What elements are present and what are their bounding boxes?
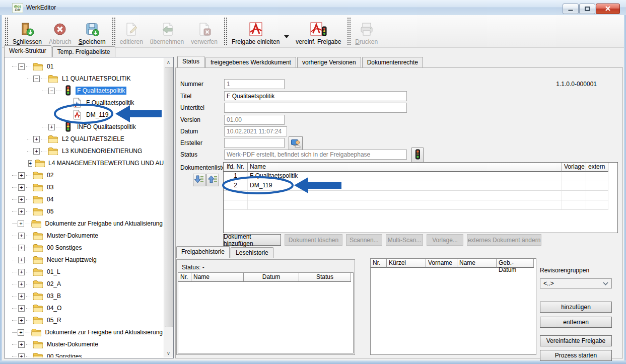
tree-item[interactable]: +05 bbox=[12, 205, 164, 217]
tree-item[interactable]: +01_L bbox=[12, 266, 164, 278]
left-column-header-nr[interactable]: Nr. bbox=[178, 273, 191, 282]
scroll-up-button[interactable]: ∧ bbox=[164, 58, 173, 66]
tree-item[interactable]: +02_A bbox=[12, 278, 164, 290]
expand-icon[interactable]: + bbox=[33, 136, 40, 142]
tree-item[interactable]: −F Qualitaetspolitik bbox=[42, 85, 164, 97]
uebernehmen-button[interactable]: übernehmen bbox=[147, 15, 187, 47]
schliessen-button[interactable]: Schliessen bbox=[9, 15, 45, 47]
tab-dokumentenrechte[interactable]: Dokumentenrechte bbox=[362, 57, 423, 67]
tree-item[interactable]: +03 bbox=[12, 181, 164, 193]
scroll-down-button[interactable]: ∨ bbox=[164, 349, 173, 357]
column-header-lfdnr[interactable]: lfd. Nr. bbox=[224, 163, 248, 172]
close-button[interactable] bbox=[596, 4, 620, 14]
right-column-header-gebdatum[interactable]: Geb.-Datum bbox=[497, 259, 534, 268]
sort-down-button[interactable] bbox=[193, 174, 205, 186]
expand-icon[interactable]: + bbox=[18, 245, 25, 251]
status-picker-button[interactable] bbox=[411, 148, 424, 163]
left-column-header-name[interactable]: Name bbox=[191, 273, 244, 282]
expand-icon[interactable]: + bbox=[18, 184, 25, 191]
scannen--button[interactable]: Scannen... bbox=[346, 234, 382, 246]
column-header-vorlage[interactable]: Vorlage bbox=[562, 163, 586, 172]
tab-vorherige-versionen[interactable]: vorherige Versionen bbox=[297, 57, 361, 67]
sort-up-button[interactable] bbox=[206, 174, 219, 186]
expand-icon[interactable]: + bbox=[33, 148, 40, 155]
expand-icon[interactable]: + bbox=[18, 196, 25, 203]
tree-item[interactable]: +02 bbox=[12, 169, 164, 181]
status-field[interactable] bbox=[224, 150, 407, 160]
expand-icon[interactable]: + bbox=[18, 305, 25, 312]
expand-icon[interactable]: + bbox=[28, 160, 32, 167]
vereinfachte-freigabe-button[interactable]: Vereinfachte Freigabe bbox=[540, 335, 612, 346]
column-header-extern[interactable]: extern bbox=[586, 163, 608, 172]
expand-icon[interactable]: + bbox=[18, 293, 25, 300]
tree-scrollbar[interactable]: ∧ ∨ bbox=[164, 58, 173, 357]
tree-item-dm119[interactable]: DM_119 bbox=[57, 109, 164, 121]
verwerfen-button[interactable]: verwerfen bbox=[187, 15, 221, 47]
table-row[interactable]: 1F Qualitaetspolitik bbox=[224, 172, 617, 181]
expand-icon[interactable]: + bbox=[18, 208, 25, 215]
tree-item[interactable]: F Qualitaetspolitik bbox=[57, 97, 164, 109]
titel-field[interactable] bbox=[224, 91, 407, 101]
tree-item[interactable]: +Neuer Hauptzweig bbox=[12, 254, 164, 266]
revisorengruppen-dropdown[interactable]: <..> bbox=[540, 278, 612, 288]
dokument-löschen-button[interactable]: Dokument löschen bbox=[285, 234, 342, 246]
expand-icon[interactable]: + bbox=[18, 233, 25, 239]
speichern-button[interactable]: Speichern bbox=[75, 15, 109, 47]
tab-lesehistorie[interactable]: Lesehistorie bbox=[231, 247, 273, 258]
dokument-hinzufügen-button[interactable]: Dokument hinzufügen bbox=[223, 234, 281, 246]
right-column-header-kürzel[interactable]: Kürzel bbox=[387, 259, 426, 268]
tree-item[interactable]: −L1 QUALITAETSPOLITIK bbox=[27, 72, 164, 85]
expand-icon[interactable]: + bbox=[18, 353, 25, 358]
editieren-button[interactable]: editieren bbox=[116, 15, 147, 47]
tree-item[interactable]: +04_O bbox=[12, 302, 164, 314]
entfernen-button[interactable]: entfernen bbox=[540, 317, 612, 328]
restore-button[interactable] bbox=[579, 4, 595, 14]
tree-item[interactable]: +L2 QUALITAETSZIELE bbox=[27, 133, 164, 145]
tree-item[interactable]: +04 bbox=[12, 193, 164, 205]
abbruch-button[interactable]: Abbruch bbox=[45, 15, 75, 47]
tab-freigegebenes-werkdokument[interactable]: freigegebenes Werkdokument bbox=[205, 57, 296, 67]
tree-item[interactable]: +INFO Qualitaetspolitik bbox=[42, 121, 164, 133]
left-column-header-datum[interactable]: Datum bbox=[244, 273, 299, 282]
collapse-icon[interactable]: − bbox=[48, 88, 55, 94]
minimize-button[interactable] bbox=[563, 4, 579, 14]
right-column-header-name[interactable]: Name bbox=[457, 259, 497, 268]
tree-item[interactable]: +03_B bbox=[12, 290, 164, 302]
untertitel-field[interactable] bbox=[224, 103, 407, 113]
expand-icon[interactable]: + bbox=[18, 269, 25, 275]
expand-icon[interactable]: + bbox=[18, 281, 25, 287]
expand-icon[interactable]: + bbox=[18, 257, 25, 263]
tree-item[interactable]: +Muster-Dokumente bbox=[12, 230, 164, 242]
freigabe-einleiten-button[interactable]: Freigabe einleiten bbox=[228, 15, 283, 47]
tree-item[interactable]: −01 bbox=[12, 60, 164, 72]
expand-icon[interactable]: + bbox=[18, 221, 24, 227]
expand-icon[interactable]: + bbox=[18, 341, 25, 348]
hinzufügen-button[interactable]: hinzufügen bbox=[540, 302, 612, 313]
nummer-field[interactable] bbox=[224, 79, 285, 89]
expand-icon[interactable]: + bbox=[48, 124, 55, 130]
version-field[interactable] bbox=[224, 115, 285, 125]
column-header-name[interactable]: Name bbox=[248, 163, 562, 172]
tree-item[interactable]: +Dokumente zur Freigabe und Aktualisieru… bbox=[12, 326, 164, 338]
ersteller-picker-button[interactable] bbox=[289, 136, 303, 151]
tree-item[interactable]: +Dokumente zur Freigabe und Aktualisieru… bbox=[12, 217, 164, 230]
expand-icon[interactable]: + bbox=[18, 172, 25, 179]
drucken-button[interactable]: Drucken bbox=[352, 15, 381, 47]
prozess-starten-button[interactable]: Prozess starten bbox=[540, 350, 612, 361]
scroll-thumb[interactable] bbox=[165, 67, 173, 327]
tree-item[interactable]: +05_R bbox=[12, 314, 164, 326]
vereinf-freigabe-button[interactable]: vereinf. Freigabe bbox=[292, 15, 344, 47]
tree-item[interactable]: +00 Sonstiges bbox=[12, 242, 164, 254]
right-column-header-vorname[interactable]: Vorname bbox=[426, 259, 457, 268]
tree-item[interactable]: +L3 KUNDENORIENTIERUNG bbox=[27, 145, 164, 157]
tree-item[interactable]: +L4 MANAGEMENTBEWERTUNG UND AUDIT bbox=[27, 157, 164, 169]
tab-freigabehistorie[interactable]: Freigabehistorie bbox=[176, 246, 230, 258]
vorlage--button[interactable]: Vorlage... bbox=[427, 234, 463, 246]
tree-item[interactable]: +00 Sonstiges bbox=[12, 350, 164, 357]
tab-status[interactable]: Status bbox=[177, 56, 204, 67]
left-column-header-status[interactable]: Status bbox=[299, 273, 351, 282]
freigabe-dropdown-arrow[interactable] bbox=[284, 35, 289, 38]
table-row-dm119[interactable]: 2DM_119 bbox=[224, 181, 617, 191]
expand-icon[interactable]: + bbox=[18, 317, 25, 324]
collapse-icon[interactable]: − bbox=[33, 76, 40, 82]
